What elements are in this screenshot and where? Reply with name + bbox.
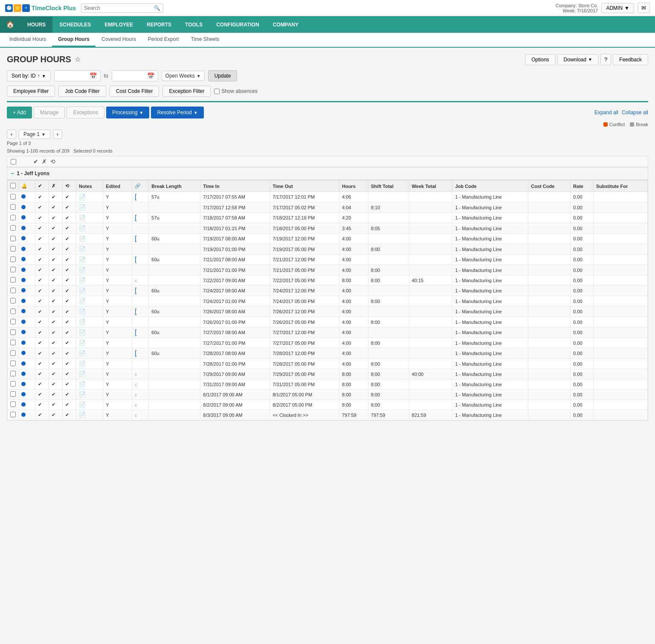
prev-page-button[interactable]: ‹ [7,130,16,139]
row-checkbox[interactable] [10,225,16,231]
row-checkbox[interactable] [10,215,16,220]
admin-button[interactable]: ADMIN ▼ [601,3,634,13]
row-checkbox-cell[interactable] [8,234,19,244]
row-actions-cell[interactable]: ✔ [63,317,76,327]
nav-item-tools[interactable]: TOOLS [178,17,209,33]
row-unapprove-cell[interactable]: ✔ [49,400,63,410]
row-checkbox[interactable] [10,340,16,345]
row-actions-cell[interactable]: ✔ [63,244,76,254]
resolve-period-button[interactable]: Resolve Period ▼ [151,107,203,118]
nav-item-schedules[interactable]: SCHEDULES [52,17,98,33]
row-checkbox[interactable] [10,329,16,335]
row-approve-cell[interactable]: ✔ [35,244,49,254]
sub-nav-group-hours[interactable]: Group Hours [52,33,96,47]
row-checkbox-cell[interactable] [8,379,19,390]
sub-nav-individual-hours[interactable]: Individual Hours [3,33,52,47]
row-unapprove-cell[interactable]: ✔ [49,265,63,275]
row-checkbox-cell[interactable] [8,390,19,400]
row-checkbox-cell[interactable] [8,338,19,348]
row-actions-cell[interactable]: ✔ [63,223,76,234]
nav-item-configuration[interactable]: CONFIGURATION [209,17,266,33]
sub-nav-period-export[interactable]: Period Export [142,33,185,47]
row-unapprove-cell[interactable]: ✔ [49,369,63,379]
row-checkbox[interactable] [10,257,16,262]
row-approve-cell[interactable]: ✔ [35,327,49,338]
processing-button[interactable]: Processing ▼ [106,107,149,118]
row-actions-cell[interactable]: ✔ [63,359,76,369]
row-checkbox-cell[interactable] [8,400,19,410]
row-checkbox[interactable] [10,246,16,251]
home-button[interactable]: 🏠 [0,16,20,33]
row-approve-cell[interactable]: ✔ [35,213,49,223]
row-approve-cell[interactable]: ✔ [35,400,49,410]
row-actions-cell[interactable]: ✔ [63,379,76,390]
date-from-field[interactable]: 7/16/2017 📅 [54,70,101,81]
row-unapprove-cell[interactable]: ✔ [49,327,63,338]
row-checkbox[interactable] [10,309,16,314]
collapse-all-link[interactable]: Collapse all [622,110,648,116]
employee-filter-button[interactable]: Employee Filter [7,86,55,97]
sort-button[interactable]: Sort by: ID ↑ ▼ [7,70,51,81]
row-unapprove-cell[interactable]: ✔ [49,286,63,296]
search-box[interactable]: 🔍 [81,3,163,13]
job-code-filter-button[interactable]: Job Code Filter [58,86,106,97]
nav-item-employee[interactable]: EMPLOYEE [98,17,140,33]
row-actions-cell[interactable]: ✔ [63,306,76,317]
row-checkbox-cell[interactable] [8,202,19,213]
row-checkbox[interactable] [10,194,16,199]
date-range-select[interactable]: Open Weeks ▼ [162,71,205,81]
row-checkbox-cell[interactable] [8,317,19,327]
transfer-icon[interactable]: ⟲ [50,158,55,165]
row-actions-cell[interactable]: ✔ [63,192,76,202]
row-checkbox[interactable] [10,381,16,387]
exceptions-button[interactable]: Exceptions [67,107,104,118]
nav-item-company[interactable]: COMPANY [266,17,305,33]
row-checkbox-cell[interactable] [8,410,19,420]
row-unapprove-cell[interactable]: ✔ [49,410,63,420]
row-checkbox[interactable] [10,361,16,366]
row-approve-cell[interactable]: ✔ [35,223,49,234]
row-approve-cell[interactable]: ✔ [35,317,49,327]
row-checkbox-cell[interactable] [8,213,19,223]
row-checkbox-cell[interactable] [8,244,19,254]
row-approve-cell[interactable]: ✔ [35,275,49,286]
row-actions-cell[interactable]: ✔ [63,390,76,400]
row-unapprove-cell[interactable]: ✔ [49,275,63,286]
row-unapprove-cell[interactable]: ✔ [49,202,63,213]
row-checkbox[interactable] [10,236,16,241]
show-absences-label[interactable]: Show absences [214,88,258,94]
help-button[interactable]: ? [600,54,611,65]
row-approve-cell[interactable]: ✔ [35,410,49,420]
row-checkbox[interactable] [10,412,16,417]
row-actions-cell[interactable]: ✔ [63,234,76,244]
row-checkbox[interactable] [10,277,16,283]
row-unapprove-cell[interactable]: ✔ [49,296,63,306]
date-to-field[interactable]: 9/9/2017 📅 [112,70,158,81]
row-checkbox[interactable] [10,204,16,210]
download-button[interactable]: Download▼ [557,54,599,65]
row-actions-cell[interactable]: ✔ [63,286,76,296]
row-actions-cell[interactable]: ✔ [63,369,76,379]
row-approve-cell[interactable]: ✔ [35,369,49,379]
row-approve-cell[interactable]: ✔ [35,202,49,213]
collapse-group-button[interactable]: − [11,170,14,177]
row-actions-cell[interactable]: ✔ [63,338,76,348]
row-checkbox[interactable] [10,288,16,293]
nav-item-reports[interactable]: REPORTS [140,17,178,33]
search-input[interactable] [84,5,152,11]
update-button[interactable]: Update [208,70,238,81]
row-actions-cell[interactable]: ✔ [63,400,76,410]
calendar-from-icon[interactable]: 📅 [90,72,97,79]
row-approve-cell[interactable]: ✔ [35,234,49,244]
row-checkbox-cell[interactable] [8,327,19,338]
row-checkbox-cell[interactable] [8,192,19,202]
row-unapprove-cell[interactable]: ✔ [49,390,63,400]
mail-button[interactable]: ✉ [638,3,650,13]
row-checkbox-cell[interactable] [8,265,19,275]
cost-code-filter-button[interactable]: Cost Code Filter [110,86,159,97]
select-all-checkbox[interactable] [11,159,16,165]
row-checkbox-cell[interactable] [8,223,19,234]
row-actions-cell[interactable]: ✔ [63,265,76,275]
row-checkbox[interactable] [10,391,16,397]
row-checkbox-cell[interactable] [8,369,19,379]
